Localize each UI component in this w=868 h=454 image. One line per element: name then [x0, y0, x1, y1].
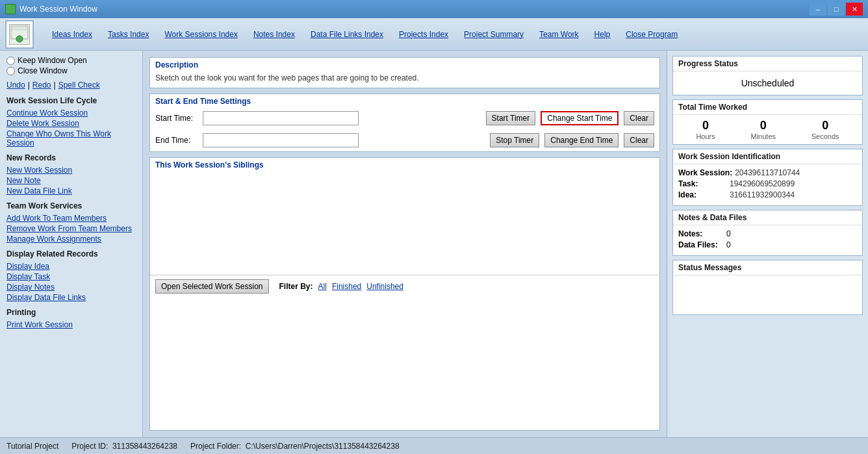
change-end-time-button[interactable]: Change End Time: [544, 133, 619, 147]
hours-col: 0 Hours: [696, 119, 715, 140]
status-messages-section: Status Messages: [672, 260, 863, 315]
menu-help[interactable]: Help: [587, 27, 619, 42]
minutes-col: 0 Minutes: [750, 119, 776, 140]
siblings-panel: This Work Session's Siblings Open Select…: [149, 157, 660, 431]
menu-bar: Ideas Index Tasks Index Work Sessions In…: [0, 18, 868, 51]
notes-data-section: Notes & Data Files Notes: 0 Data Files: …: [672, 210, 863, 256]
start-timer-button[interactable]: Start Timer: [486, 111, 536, 125]
menu-close-program[interactable]: Close Program: [618, 27, 685, 42]
progress-status-body: Unscheduled: [673, 71, 862, 95]
data-files-value: 0: [726, 240, 731, 249]
new-data-file-link-link[interactable]: New Data File Link: [6, 186, 136, 196]
filter-all-link[interactable]: All: [318, 282, 327, 291]
center-content: Description Sketch out the look you want…: [143, 51, 667, 437]
status-project-name: Tutorial Project: [6, 442, 58, 451]
work-session-id-row: Work Session: 204396113710744: [678, 168, 857, 177]
notes-count-row: Notes: 0: [678, 229, 857, 238]
filter-finished-link[interactable]: Finished: [332, 282, 361, 291]
description-panel: Description Sketch out the look you want…: [149, 57, 660, 88]
stop-timer-button[interactable]: Stop Timer: [490, 133, 539, 147]
add-work-to-team-link[interactable]: Add Work To Team Members: [6, 213, 136, 223]
close-window-radio[interactable]: Close Window: [6, 66, 136, 75]
change-who-owns-link[interactable]: Change Who Owns This Work Session: [6, 129, 136, 148]
notes-data-title: Notes & Data Files: [673, 210, 862, 225]
new-work-session-link[interactable]: New Work Session: [6, 165, 136, 175]
idea-id-value: 316611932900344: [730, 190, 795, 199]
status-project-id-label: Project ID:: [71, 442, 108, 451]
manage-work-assignments-link[interactable]: Manage Work Assignments: [6, 234, 136, 244]
new-records-title: New Records: [6, 153, 136, 162]
display-related-title: Display Related Records: [6, 249, 136, 259]
menu-tasks-index[interactable]: Tasks Index: [100, 27, 157, 42]
title-bar-controls: – □ ✕: [810, 3, 863, 16]
notes-value: 0: [726, 229, 731, 238]
undo-link[interactable]: Undo: [6, 81, 25, 90]
status-project-id-value: 311358443264238: [112, 442, 177, 451]
continue-work-session-link[interactable]: Continue Work Session: [6, 108, 136, 118]
progress-status-section: Progress Status Unscheduled: [672, 56, 863, 95]
menu-notes-index[interactable]: Notes Index: [246, 27, 303, 42]
menu-project-summary[interactable]: Project Summary: [456, 27, 531, 42]
close-button[interactable]: ✕: [846, 3, 863, 16]
filter-unfinished-link[interactable]: Unfinished: [366, 282, 403, 291]
hours-label: Hours: [696, 132, 715, 140]
svg-point-3: [16, 36, 23, 42]
idea-id-row: Idea: 316611932900344: [678, 190, 857, 199]
progress-status-value: Unscheduled: [678, 75, 857, 91]
keep-window-open-radio[interactable]: Keep Window Open: [6, 56, 136, 65]
change-start-time-button[interactable]: Change Start Time: [541, 111, 619, 125]
delete-work-session-link[interactable]: Delete Work Session: [6, 118, 136, 129]
progress-status-title: Progress Status: [673, 57, 862, 71]
status-messages-body: [673, 275, 862, 314]
work-session-id-label: Work Session:: [678, 168, 732, 177]
maximize-button[interactable]: □: [828, 3, 845, 16]
display-idea-link[interactable]: Display Idea: [6, 261, 136, 271]
total-time-body: 0 Hours 0 Minutes 0 Seconds: [673, 115, 862, 144]
siblings-footer: Open Selected Work Session Filter By: Al…: [150, 275, 659, 297]
total-time-title: Total Time Worked: [673, 100, 862, 115]
filter-by-label: Filter By:: [279, 282, 313, 291]
menu-team-work[interactable]: Team Work: [531, 27, 586, 42]
open-selected-work-session-button[interactable]: Open Selected Work Session: [155, 279, 269, 294]
status-project-folder-label: Project Folder:: [190, 442, 241, 451]
siblings-list: [150, 171, 659, 275]
status-bar: Tutorial Project Project ID: 31135844326…: [0, 437, 868, 454]
display-task-link[interactable]: Display Task: [6, 271, 136, 282]
minimize-button[interactable]: –: [810, 3, 826, 16]
identification-body: Work Session: 204396113710744 Task: 1942…: [673, 164, 862, 205]
display-data-file-links-link[interactable]: Display Data File Links: [6, 292, 136, 303]
main-menu: Ideas Index Tasks Index Work Sessions In…: [44, 27, 685, 42]
main-content: Keep Window Open Close Window Undo | Red…: [0, 51, 868, 437]
menu-work-sessions-index[interactable]: Work Sessions Index: [157, 27, 246, 42]
end-time-input[interactable]: [203, 133, 359, 147]
notes-label: Notes:: [678, 229, 724, 238]
menu-ideas-index[interactable]: Ideas Index: [44, 27, 100, 42]
menu-projects-index[interactable]: Projects Index: [391, 27, 456, 42]
work-session-lifecycle-title: Work Session Life Cycle: [6, 96, 136, 105]
app-logo-inner: [9, 24, 30, 45]
clear-end-button[interactable]: Clear: [624, 133, 654, 147]
menu-data-file-links-index[interactable]: Data File Links Index: [303, 27, 391, 42]
new-note-link[interactable]: New Note: [6, 175, 136, 186]
title-bar-left: Work Session Window: [5, 4, 97, 14]
spell-check-link[interactable]: Spell Check: [58, 81, 100, 90]
identification-title: Work Session Identification: [673, 149, 862, 164]
app-icon: [5, 4, 16, 14]
printing-title: Printing: [6, 308, 136, 317]
idea-id-label: Idea:: [678, 190, 727, 199]
status-project-folder-value: C:\Users\Darren\Projects\311358443264238: [246, 442, 400, 451]
remove-work-from-team-link[interactable]: Remove Work From Team Members: [6, 223, 136, 234]
start-time-input[interactable]: [203, 111, 359, 125]
redo-link[interactable]: Redo: [32, 81, 51, 90]
display-notes-link[interactable]: Display Notes: [6, 282, 136, 292]
identification-section: Work Session Identification Work Session…: [672, 149, 863, 206]
clear-start-button[interactable]: Clear: [624, 111, 654, 125]
time-settings-title: Start & End Time Settings: [150, 94, 659, 107]
print-work-session-link[interactable]: Print Work Session: [6, 320, 136, 330]
task-id-label: Task:: [678, 179, 727, 188]
task-id-row: Task: 194296069520899: [678, 179, 857, 188]
data-files-label: Data Files:: [678, 240, 724, 249]
app-logo: [5, 20, 34, 49]
sidebar: Keep Window Open Close Window Undo | Red…: [0, 51, 143, 437]
work-session-id-value: 204396113710744: [735, 168, 800, 177]
